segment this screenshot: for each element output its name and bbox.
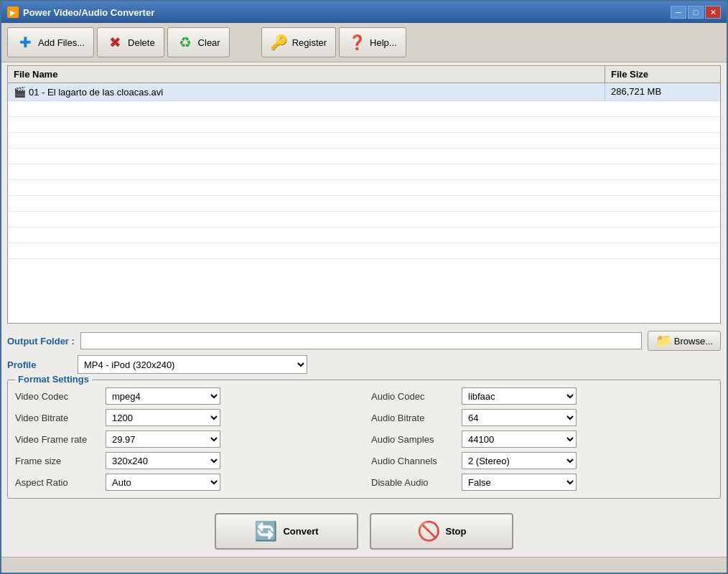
settings-grid: Video Codec mpeg4 h264 xvid Audio Codec … [15, 387, 713, 491]
audio-codec-select[interactable]: libfaac mp3 aac [462, 387, 577, 405]
disable-audio-row: Disable Audio False True [371, 474, 713, 491]
empty-row [8, 196, 720, 212]
output-folder-input[interactable] [80, 332, 642, 349]
aspect-ratio-label: Aspect Ratio [15, 477, 101, 488]
video-bitrate-select[interactable]: 1200 800 1500 2000 [106, 409, 220, 426]
empty-row [8, 212, 720, 227]
browse-label: Browse... [674, 336, 713, 347]
file-size-cell: 286,721 MB [605, 83, 720, 100]
register-button[interactable]: 🔑 Register [261, 27, 336, 57]
empty-rows [8, 101, 720, 259]
audio-samples-select[interactable]: 44100 22050 48000 [462, 430, 577, 448]
add-files-label: Add Files... [38, 37, 85, 48]
minimize-button[interactable]: ─ [671, 6, 686, 19]
stop-icon: 🚫 [417, 520, 440, 542]
empty-row [8, 149, 720, 164]
help-button[interactable]: ❓ Help... [339, 27, 406, 57]
audio-bitrate-select[interactable]: 64 128 192 256 [462, 409, 577, 426]
empty-row [8, 117, 720, 133]
audio-samples-label: Audio Samples [371, 434, 457, 445]
format-settings: Format Settings Video Codec mpeg4 h264 x… [7, 380, 721, 499]
audio-codec-label: Audio Codec [371, 391, 457, 402]
delete-label: Delete [128, 37, 155, 48]
disable-audio-label: Disable Audio [371, 477, 457, 488]
help-icon: ❓ [348, 34, 365, 51]
empty-row [8, 164, 720, 180]
empty-row [8, 101, 720, 117]
profile-row: Profile MP4 - iPod (320x240) MP4 - iPhon… [7, 355, 721, 374]
add-files-button[interactable]: ✚ Add Files... [7, 27, 94, 57]
col-filesize-header: File Size [605, 66, 720, 83]
browse-icon: 📁 [655, 333, 671, 349]
app-icon: ▶ [7, 6, 19, 18]
empty-row [8, 133, 720, 149]
audio-codec-row: Audio Codec libfaac mp3 aac [371, 387, 713, 405]
video-framerate-row: Video Frame rate 29.97 25 30 24 [15, 430, 357, 448]
clear-icon: ♻ [177, 34, 194, 51]
output-folder-row: Output Folder : 📁 Browse... [7, 331, 721, 351]
audio-channels-label: Audio Channels [371, 456, 457, 466]
video-bitrate-row: Video Bitrate 1200 800 1500 2000 [15, 409, 357, 426]
video-codec-label: Video Codec [15, 391, 101, 402]
convert-label: Convert [283, 526, 318, 537]
profile-select[interactable]: MP4 - iPod (320x240) MP4 - iPhone AVI MP… [78, 355, 307, 374]
empty-row [8, 227, 720, 243]
file-name: 01 - El lagarto de las cloacas.avi [29, 87, 163, 98]
bottom-section: Output Folder : 📁 Browse... Profile MP4 … [1, 326, 727, 503]
aspect-ratio-row: Aspect Ratio Auto 4:3 16:9 [15, 474, 357, 491]
title-bar-left: ▶ Power Video/Audio Converter [7, 6, 154, 18]
file-name-cell: 🎬 01 - El lagarto de las cloacas.avi [8, 83, 605, 100]
video-bitrate-label: Video Bitrate [15, 413, 101, 423]
file-list-body[interactable]: 🎬 01 - El lagarto de las cloacas.avi 286… [8, 83, 720, 323]
main-window: ▶ Power Video/Audio Converter ─ □ ✕ ✚ Ad… [0, 0, 728, 574]
video-codec-row: Video Codec mpeg4 h264 xvid [15, 387, 357, 405]
title-controls: ─ □ ✕ [671, 6, 721, 19]
maximize-button[interactable]: □ [688, 6, 704, 19]
stop-button[interactable]: 🚫 Stop [370, 513, 513, 550]
delete-icon: ✖ [106, 34, 123, 51]
col-filename-header: File Name [8, 66, 605, 83]
file-icon: 🎬 [14, 86, 26, 98]
status-bar [1, 557, 727, 573]
frame-size-label: Frame size [15, 456, 101, 466]
add-icon: ✚ [17, 34, 34, 51]
clear-button[interactable]: ♻ Clear [167, 27, 230, 57]
format-settings-legend: Format Settings [15, 374, 92, 385]
disable-audio-select[interactable]: False True [462, 474, 577, 491]
register-icon: 🔑 [271, 34, 288, 51]
audio-channels-row: Audio Channels 2 (Stereo) 1 (Mono) [371, 452, 713, 469]
frame-size-select[interactable]: 320x240 640x480 1280x720 [106, 452, 220, 469]
file-list-area: File Name File Size 🎬 01 - El lagarto de… [7, 65, 721, 324]
browse-button[interactable]: 📁 Browse... [648, 331, 721, 351]
frame-size-row: Frame size 320x240 640x480 1280x720 [15, 452, 357, 469]
close-button[interactable]: ✕ [705, 6, 721, 19]
table-row[interactable]: 🎬 01 - El lagarto de las cloacas.avi 286… [8, 83, 720, 101]
audio-bitrate-row: Audio Bitrate 64 128 192 256 [371, 409, 713, 426]
aspect-ratio-select[interactable]: Auto 4:3 16:9 [106, 474, 220, 491]
window-title: Power Video/Audio Converter [23, 7, 154, 18]
convert-icon: 🔄 [254, 520, 277, 542]
video-framerate-label: Video Frame rate [15, 434, 101, 445]
video-codec-select[interactable]: mpeg4 h264 xvid [106, 387, 220, 405]
clear-label: Clear [198, 37, 220, 48]
audio-channels-select[interactable]: 2 (Stereo) 1 (Mono) [462, 452, 577, 469]
audio-samples-row: Audio Samples 44100 22050 48000 [371, 430, 713, 448]
video-framerate-select[interactable]: 29.97 25 30 24 [106, 430, 220, 448]
convert-button[interactable]: 🔄 Convert [215, 513, 358, 550]
empty-row [8, 180, 720, 196]
toolbar: ✚ Add Files... ✖ Delete ♻ Clear 🔑 Regist… [1, 23, 727, 62]
delete-button[interactable]: ✖ Delete [97, 27, 164, 57]
audio-bitrate-label: Audio Bitrate [371, 413, 457, 423]
file-list-header: File Name File Size [8, 66, 720, 83]
stop-label: Stop [446, 526, 467, 537]
empty-row [8, 243, 720, 259]
convert-area: 🔄 Convert 🚫 Stop [1, 503, 727, 557]
title-bar: ▶ Power Video/Audio Converter ─ □ ✕ [1, 1, 727, 23]
output-folder-label: Output Folder : [7, 336, 75, 347]
register-label: Register [292, 37, 327, 48]
profile-label: Profile [7, 359, 72, 370]
help-label: Help... [370, 37, 397, 48]
